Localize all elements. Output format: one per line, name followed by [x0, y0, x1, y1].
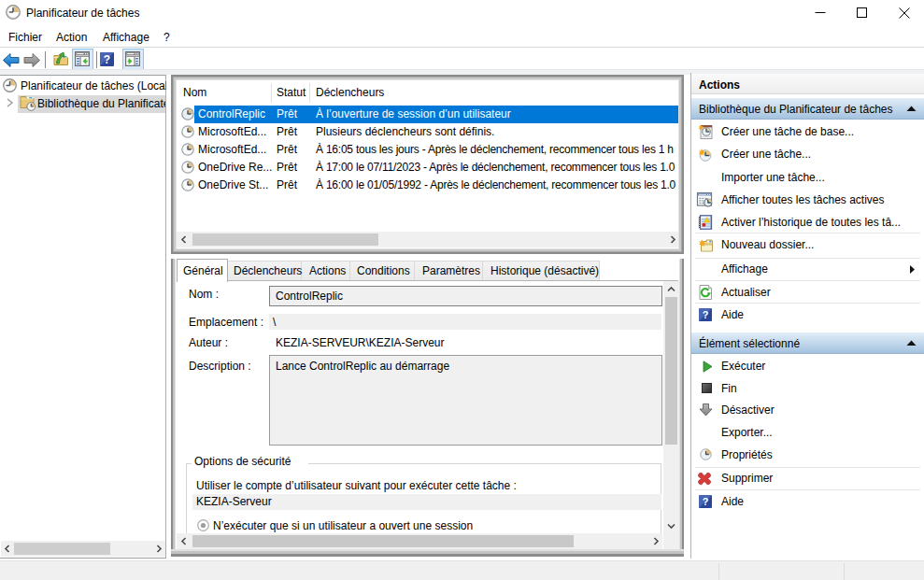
svg-text:?: ?: [703, 309, 709, 320]
svg-text:?: ?: [703, 496, 709, 507]
svg-text:?: ?: [104, 53, 110, 66]
